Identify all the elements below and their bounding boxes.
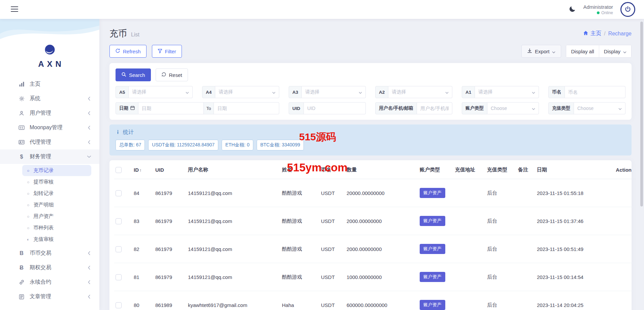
display-select[interactable]: Display bbox=[599, 45, 631, 57]
cell-coin: USDT bbox=[318, 235, 344, 263]
home-icon bbox=[583, 30, 588, 37]
a3-select[interactable]: 请选择 bbox=[302, 86, 366, 98]
column-uid: UID bbox=[153, 161, 185, 179]
dark-mode-toggle[interactable] bbox=[569, 5, 576, 13]
filter-account-type: 账户类型 Choose bbox=[462, 102, 539, 114]
sidebar-item-agents[interactable]: 代理管理 bbox=[0, 135, 99, 149]
filter-label: 充值类型 bbox=[548, 102, 574, 114]
scrollbar-thumb[interactable] bbox=[640, 22, 643, 206]
row-checkbox[interactable] bbox=[116, 190, 122, 196]
cell-account-type: 账户资产 bbox=[417, 291, 452, 310]
cell-recharge-address bbox=[452, 207, 484, 235]
display-all-button[interactable]: Display all bbox=[566, 45, 599, 57]
chevron-down-icon bbox=[445, 89, 449, 95]
stat-chip: BTC金额: 3340099 bbox=[257, 140, 304, 150]
finance-submenu: ○ 充币记录 ○ 提币审核 ○ 划转记录 ○ 资产明细 ○ 用户资产 ○ 币种列… bbox=[0, 164, 99, 246]
filter-uid: UID bbox=[289, 102, 366, 114]
sidebar-subitem-transfer-records[interactable]: ○ 划转记录 bbox=[22, 188, 91, 199]
account-type-badge: 账户资产 bbox=[420, 300, 445, 310]
select-all-checkbox[interactable] bbox=[116, 167, 122, 173]
reset-button[interactable]: Reset bbox=[156, 68, 188, 81]
cell-amount: 600000.00000000 bbox=[344, 291, 417, 310]
sidebar-item-articles[interactable]: 文章管理 bbox=[0, 289, 99, 304]
cell-remark bbox=[515, 235, 534, 263]
chevron-down-icon bbox=[618, 106, 622, 111]
funnel-icon bbox=[158, 49, 162, 54]
a4-select[interactable]: 请选择 bbox=[215, 86, 279, 98]
column-id[interactable]: ID↑ bbox=[131, 161, 153, 179]
sidebar-subitem-asset-details[interactable]: ○ 资产明细 bbox=[22, 199, 91, 210]
coin-name-input[interactable] bbox=[565, 86, 625, 98]
breadcrumb-current[interactable]: Recharge bbox=[608, 31, 632, 37]
chevron-down-icon bbox=[623, 49, 626, 54]
uid-input[interactable] bbox=[304, 102, 366, 114]
display-group: Display all Display bbox=[566, 45, 632, 58]
sidebar-item-label: 财务管理 bbox=[30, 153, 88, 160]
sidebar-subitem-withdraw-review[interactable]: ○ 提币审核 bbox=[22, 176, 91, 188]
submenu-item-label: 提币审核 bbox=[33, 179, 54, 185]
row-checkbox[interactable] bbox=[116, 274, 122, 280]
breadcrumb-home-link[interactable]: 主页 bbox=[583, 30, 601, 37]
filter-coin-name: 币名 bbox=[548, 86, 625, 98]
sidebar-subitem-coin-list[interactable]: ○ 币种列表 bbox=[22, 222, 91, 233]
sidebar-item-home[interactable]: 主页 bbox=[0, 77, 99, 91]
cell-remark bbox=[515, 263, 534, 291]
cell-username: kyawhtet6917@gmail.com bbox=[185, 291, 279, 310]
menu-toggle-button[interactable] bbox=[9, 4, 20, 15]
brand-logo-icon bbox=[43, 43, 56, 56]
circle-icon: ○ bbox=[27, 203, 29, 207]
account-type-select[interactable]: Choose bbox=[487, 102, 539, 114]
sidebar-item-options-trading[interactable]: Ƀ 期权交易 bbox=[0, 260, 99, 275]
row-checkbox[interactable] bbox=[116, 302, 122, 308]
column-username: 用户名称 bbox=[185, 161, 279, 179]
a2-select[interactable]: 请选择 bbox=[388, 86, 452, 98]
user-meta: Administrator Online bbox=[583, 4, 613, 15]
cell-username: 14159121@qq.com bbox=[185, 207, 279, 235]
avatar[interactable] bbox=[620, 2, 635, 17]
sidebar-subitem-deposit-records[interactable]: ○ 充币记录 bbox=[22, 165, 91, 176]
search-button[interactable]: Search bbox=[116, 68, 151, 81]
date-to-input[interactable] bbox=[214, 102, 279, 114]
cell-username: 14159121@qq.com bbox=[185, 179, 279, 207]
refresh-button[interactable]: Refresh bbox=[109, 45, 147, 58]
cell-recharge-type: 后台 bbox=[484, 263, 515, 291]
recharge-type-select[interactable]: Choose bbox=[574, 102, 625, 114]
row-checkbox[interactable] bbox=[116, 246, 122, 252]
sidebar-item-spot-trading[interactable]: B 币币交易 bbox=[0, 246, 99, 260]
export-button[interactable]: Export bbox=[521, 45, 561, 58]
user-icon bbox=[18, 111, 26, 116]
chevron-down-icon bbox=[272, 89, 276, 95]
circle-icon: ○ bbox=[27, 215, 29, 219]
sidebar-item-users[interactable]: 用户管理 bbox=[0, 106, 99, 120]
sidebar-item-label: 币币交易 bbox=[30, 250, 88, 257]
moon-icon bbox=[569, 5, 576, 13]
filter-label: A3 bbox=[289, 86, 302, 98]
filter-date-range: 日期 To bbox=[116, 102, 279, 114]
cell-recharge-address bbox=[452, 179, 484, 207]
sidebar-subitem-recharge-review[interactable]: ◐ 充值审核 bbox=[22, 234, 91, 245]
sidebar-item-perpetual[interactable]: 永续合约 bbox=[0, 275, 99, 289]
cell-checkbox bbox=[114, 291, 131, 310]
article-icon bbox=[18, 294, 26, 300]
user-input[interactable] bbox=[417, 102, 452, 114]
sidebar-subitem-user-assets[interactable]: ○ 用户资产 bbox=[22, 211, 91, 222]
cell-amount: 2000.00000000 bbox=[344, 207, 417, 235]
stat-chip: USDT金额: 112592248.84907 bbox=[148, 140, 218, 150]
filter-button[interactable]: Filter bbox=[152, 45, 182, 58]
sidebar-item-system[interactable]: 系统 bbox=[0, 91, 99, 106]
row-checkbox[interactable] bbox=[116, 218, 122, 224]
sidebar-item-finance[interactable]: $ 财务管理 bbox=[0, 149, 99, 164]
circle-icon: ○ bbox=[27, 180, 29, 184]
submenu-item-label: 充值审核 bbox=[33, 236, 54, 243]
sidebar-item-moonpay[interactable]: Moonpay管理 bbox=[0, 120, 99, 135]
bitcoin-icon: Ƀ bbox=[18, 265, 26, 271]
sidebar-item-label: 期权交易 bbox=[30, 264, 88, 271]
a1-select[interactable]: 请选择 bbox=[475, 86, 539, 98]
table-row: 82 861979 14159121@qq.com 酷酷游戏 USDT 2000… bbox=[114, 235, 636, 263]
cell-coin: USDT bbox=[318, 263, 344, 291]
cell-action bbox=[610, 207, 636, 235]
a5-select[interactable]: 请选择 bbox=[129, 86, 193, 98]
cell-account-type: 账户资产 bbox=[417, 235, 452, 263]
circle-icon: ○ bbox=[27, 169, 29, 173]
date-from-input[interactable] bbox=[138, 102, 204, 114]
